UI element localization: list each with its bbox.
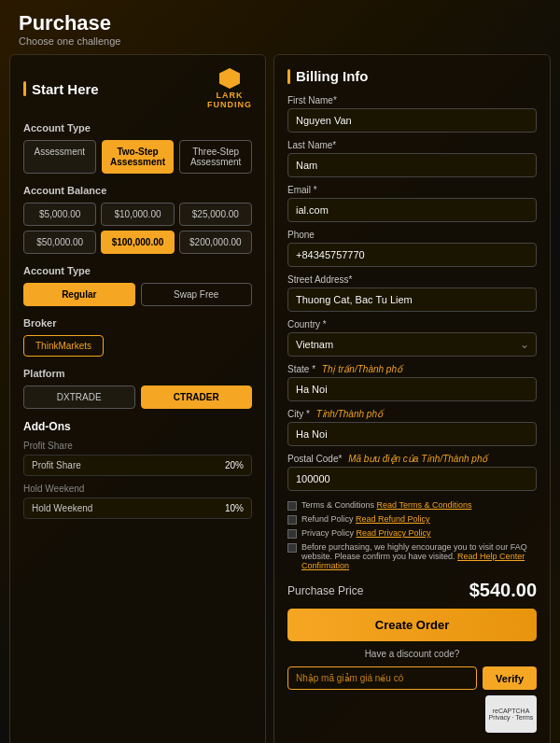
terms-checkbox-1[interactable] (287, 501, 297, 511)
country-select-wrapper: Vietnam (287, 332, 537, 357)
price-value: $540.00 (469, 580, 537, 601)
billing-title: Billing Info (287, 68, 537, 84)
addon-profit-row: Profit Share 20% (23, 455, 252, 476)
terms-link-4[interactable]: Read Help Center Confirmation (301, 552, 525, 570)
terms-checkbox-3[interactable] (287, 529, 297, 539)
state-group: State * Thị trấn/Thành phố (287, 364, 537, 401)
balance-10k[interactable]: $10,000.00 (101, 203, 174, 226)
captcha-subtext: Privacy · Terms (489, 714, 534, 721)
balance-grid: $5,000.00 $10,000.00 $25,000.00 $50,000.… (23, 203, 252, 254)
state-label: State * Thị trấn/Thành phố (287, 364, 537, 374)
phone-group: Phone (287, 230, 537, 267)
first-name-input[interactable] (287, 108, 537, 133)
city-group: City * Tỉnh/Thành phố (287, 409, 537, 446)
terms-link-3[interactable]: Read Privacy Policy (357, 528, 431, 538)
regular-btn[interactable]: Regular (23, 283, 135, 306)
page-subtitle: Choose one challenge (19, 35, 541, 47)
addon-profit-share: Profit Share Profit Share 20% (23, 441, 252, 476)
terms-text-3: Privacy Policy Read Privacy Policy (301, 528, 431, 538)
broker-label: Broker (23, 317, 252, 329)
terms-row-2: Refund Policy Read Refund Policy (287, 514, 537, 525)
main-content: Start Here LARK FUNDING Account Type Ass… (0, 54, 560, 743)
addon-profit-value: 20% (225, 460, 244, 470)
addon-hold-category: Hold Weekend (23, 484, 252, 494)
assessment-btn[interactable]: Assessment (23, 140, 96, 174)
postal-label: Postal Code* Mã bưu điện của Tỉnh/Thành … (287, 454, 537, 464)
terms-checkbox-2[interactable] (287, 515, 297, 525)
email-label: Email * (287, 185, 537, 195)
addons-title: Add-Ons (23, 420, 252, 433)
street-input[interactable] (287, 287, 537, 312)
terms-text-1: Terms & Conditions Read Terms & Conditio… (301, 500, 471, 510)
addon-profit-category: Profit Share (23, 441, 252, 451)
balance-5k[interactable]: $5,000.00 (23, 203, 96, 226)
street-group: Street Address* (287, 274, 537, 312)
postal-highlight: Mã bưu điện của Tỉnh/Thành phố (348, 454, 487, 464)
platform-group: DXTRADE CTRADER (23, 386, 252, 409)
phone-label: Phone (287, 230, 537, 240)
last-name-input[interactable] (287, 153, 537, 177)
country-select[interactable]: Vietnam (287, 332, 537, 357)
logo-area: LARK FUNDING (207, 68, 252, 109)
left-panel-title: Start Here (23, 81, 99, 97)
account-type2-label: Account Type (23, 265, 252, 276)
broker-button[interactable]: ThinkMarkets (23, 335, 104, 357)
last-name-group: Last Name* (287, 140, 537, 177)
addon-profit-name: Profit Share (32, 460, 81, 470)
discount-row: Verify (287, 666, 537, 690)
email-group: Email * (287, 185, 537, 222)
swap-free-btn[interactable]: Swap Free (141, 283, 253, 306)
captcha-area: reCAPTCHA Privacy · Terms (287, 695, 537, 733)
terms-link-1[interactable]: Read Terms & Conditions (377, 500, 472, 510)
terms-text-2: Refund Policy Read Refund Policy (301, 514, 430, 524)
street-label: Street Address* (287, 274, 537, 285)
discount-input[interactable] (287, 666, 477, 690)
verify-button[interactable]: Verify (483, 666, 537, 690)
addon-hold-row: Hold Weekend 10% (23, 498, 252, 519)
city-input[interactable] (287, 422, 537, 446)
last-name-label: Last Name* (287, 140, 537, 150)
account-type-group: Assessment Two-Step Assessment Three-Ste… (23, 140, 252, 174)
addon-hold-value: 10% (225, 503, 244, 513)
create-order-button[interactable]: Create Order (287, 609, 537, 641)
country-group: Country * Vietnam (287, 319, 537, 357)
country-label: Country * (287, 319, 537, 329)
ctrader-btn[interactable]: CTRADER (141, 386, 253, 409)
balance-50k[interactable]: $50,000.00 (23, 231, 96, 254)
price-label: Purchase Price (287, 584, 363, 597)
addon-hold-name: Hold Weekend (32, 503, 92, 513)
addon-hold-weekend: Hold Weekend Hold Weekend 10% (23, 484, 252, 519)
right-panel: Billing Info First Name* Last Name* Emai… (273, 54, 551, 743)
captcha-text: reCAPTCHA (493, 708, 530, 714)
captcha-box[interactable]: reCAPTCHA Privacy · Terms (485, 695, 537, 733)
logo-name: LARK (217, 91, 244, 100)
platform-label: Platform (23, 368, 252, 379)
postal-input[interactable] (287, 467, 537, 491)
postal-group: Postal Code* Mã bưu điện của Tỉnh/Thành … (287, 454, 537, 491)
account-type-label: Account Type (23, 122, 252, 133)
dxtrade-btn[interactable]: DXTRADE (23, 386, 135, 409)
account-type2-group: Regular Swap Free (23, 283, 252, 306)
city-highlight: Tỉnh/Thành phố (316, 409, 383, 419)
page-title: Purchase (19, 11, 541, 35)
terms-text-4: Before purchasing, we highly encourage y… (301, 542, 537, 570)
terms-link-2[interactable]: Read Refund Policy (356, 514, 430, 524)
three-step-btn[interactable]: Three-Step Assessment (179, 140, 252, 174)
balance-100k[interactable]: $100,000.00 (101, 231, 174, 254)
email-input[interactable] (287, 198, 537, 222)
left-panel: Start Here LARK FUNDING Account Type Ass… (9, 54, 266, 743)
phone-input[interactable] (287, 243, 537, 267)
balance-200k[interactable]: $200,000.00 (179, 231, 252, 254)
page-header: Purchase Choose one challenge (0, 0, 560, 54)
discount-label: Have a discount code? (287, 649, 537, 659)
logo-sub: FUNDING (207, 100, 252, 109)
terms-row-1: Terms & Conditions Read Terms & Conditio… (287, 500, 537, 511)
terms-row-3: Privacy Policy Read Privacy Policy (287, 528, 537, 539)
two-step-btn[interactable]: Two-Step Assessment (102, 140, 175, 174)
city-label: City * Tỉnh/Thành phố (287, 409, 537, 419)
state-input[interactable] (287, 377, 537, 401)
terms-row-4: Before purchasing, we highly encourage y… (287, 542, 537, 570)
terms-checkbox-4[interactable] (287, 543, 297, 553)
price-row: Purchase Price $540.00 (287, 580, 537, 601)
balance-25k[interactable]: $25,000.00 (179, 203, 252, 226)
